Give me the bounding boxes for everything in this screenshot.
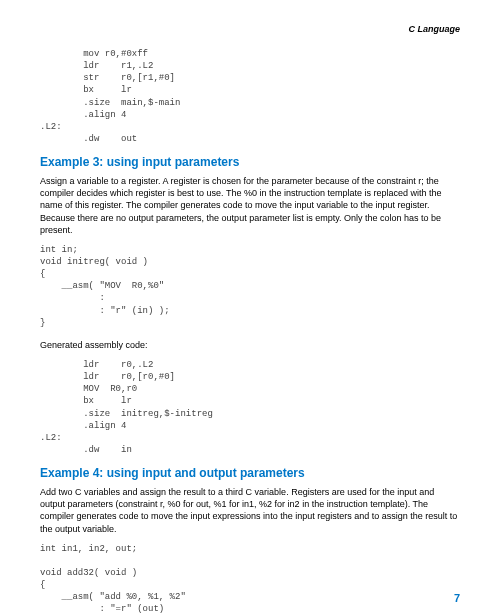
example3-heading: Example 3: using input parameters (40, 155, 460, 169)
code-block-1: mov r0,#0xff ldr r1,.L2 str r0,[r1,#0] b… (40, 48, 460, 145)
example3-paragraph: Assign a variable to a register. A regis… (40, 175, 460, 236)
page-header: C Language (40, 24, 460, 34)
example4-c-code: int in1, in2, out; void add32( void ) { … (40, 543, 460, 616)
page-number: 7 (454, 592, 460, 604)
example3-asm-code: ldr r0,.L2 ldr r0,[r0,#0] MOV R0,r0 bx l… (40, 359, 460, 456)
example4-heading: Example 4: using input and output parame… (40, 466, 460, 480)
example4-paragraph: Add two C variables and assign the resul… (40, 486, 460, 535)
example3-gen-label: Generated assembly code: (40, 339, 460, 351)
example3-c-code: int in; void initreg( void ) { __asm( "M… (40, 244, 460, 329)
